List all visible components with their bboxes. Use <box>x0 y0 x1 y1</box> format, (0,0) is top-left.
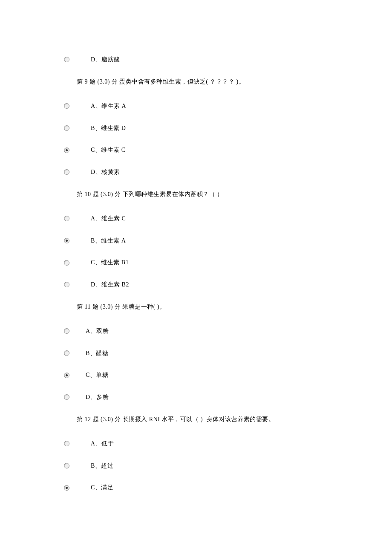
answer-option[interactable]: D、维生素 B2 <box>64 280 328 289</box>
radio-unchecked-icon <box>64 350 69 356</box>
answer-option[interactable]: A、双糖 <box>64 327 328 335</box>
radio-unchecked-icon <box>64 282 69 287</box>
question-prompt: 第 12 题 (3.0) 分 长期摄入 RNI 水平，可以（ ）身体对该营养素的… <box>64 415 328 424</box>
orphan-option-d[interactable]: D、脂肪酸 <box>64 55 328 64</box>
question-prompt: 第 11 题 (3.0) 分 果糖是一种( )。 <box>64 303 328 311</box>
radio-unchecked-icon <box>64 394 69 400</box>
answer-option[interactable]: B、维生素 D <box>64 124 328 133</box>
answer-option[interactable]: A、维生素 C <box>64 214 328 223</box>
answer-option[interactable]: C、单糖 <box>64 371 328 379</box>
radio-checked-icon <box>64 147 69 153</box>
answer-option[interactable]: A、低于 <box>64 439 328 448</box>
answer-option[interactable]: B、超过 <box>64 462 328 470</box>
radio-unchecked-icon <box>64 328 69 334</box>
option-label: C、单糖 <box>86 371 108 379</box>
radio-unchecked-icon <box>64 57 69 62</box>
option-label: A、双糖 <box>86 327 109 335</box>
option-label: A、低于 <box>91 439 114 448</box>
option-label: C、满足 <box>91 483 113 492</box>
question-prompt: 第 9 题 (3.0) 分 蛋类中含有多种维生素，但缺乏( ？？？？ )。 <box>64 78 328 86</box>
radio-checked-icon <box>64 373 69 378</box>
option-label: A、维生素 C <box>91 214 126 223</box>
option-label: A、维生素 A <box>91 102 126 110</box>
option-label: B、醛糖 <box>86 349 108 358</box>
option-label: B、维生素 A <box>91 237 126 245</box>
radio-unchecked-icon <box>64 463 69 468</box>
radio-checked-icon <box>64 485 69 491</box>
radio-unchecked-icon <box>64 216 69 221</box>
option-label: C、维生素 C <box>91 146 126 154</box>
answer-option[interactable]: A、维生素 A <box>64 102 328 110</box>
answer-option[interactable]: C、维生素 C <box>64 146 328 154</box>
option-label: B、维生素 D <box>91 124 126 133</box>
question-prompt: 第 10 题 (3.0) 分 下列哪种维生素易在体内蓄积？（ ） <box>64 190 328 199</box>
option-label: D、多糖 <box>86 393 109 402</box>
option-label: B、超过 <box>91 462 113 470</box>
answer-option[interactable]: B、醛糖 <box>64 349 328 358</box>
option-label: C、维生素 B1 <box>91 258 129 267</box>
option-label: D、脂肪酸 <box>91 55 120 64</box>
answer-option[interactable]: D、核黄素 <box>64 168 328 176</box>
radio-unchecked-icon <box>64 441 69 446</box>
option-label: D、核黄素 <box>91 168 120 176</box>
radio-unchecked-icon <box>64 103 69 109</box>
radio-unchecked-icon <box>64 169 69 175</box>
radio-unchecked-icon <box>64 260 69 266</box>
option-label: D、维生素 B2 <box>91 280 129 289</box>
radio-checked-icon <box>64 238 69 243</box>
answer-option[interactable]: B、维生素 A <box>64 237 328 245</box>
answer-option[interactable]: C、满足 <box>64 483 328 492</box>
answer-option[interactable]: C、维生素 B1 <box>64 258 328 267</box>
radio-unchecked-icon <box>64 125 69 131</box>
answer-option[interactable]: D、多糖 <box>64 393 328 402</box>
